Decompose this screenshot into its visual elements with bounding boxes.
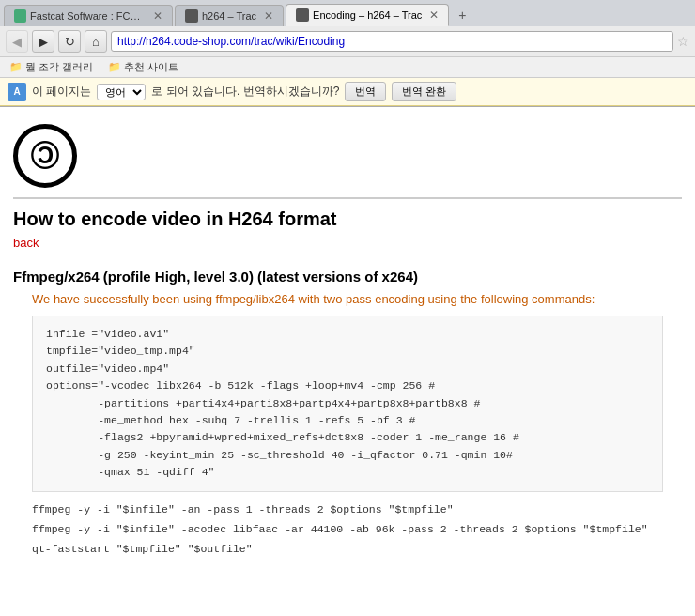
tab-close-encoding[interactable]: ✕ <box>429 8 439 22</box>
code-block: infile ="video.avi" tmpfile="video_tmp.m… <box>32 316 663 492</box>
star-button[interactable]: ☆ <box>677 34 689 49</box>
translate-icon: A <box>8 83 26 101</box>
tab-favicon-h264 <box>185 9 198 23</box>
tab-fastcat[interactable]: Fastcat Software : FCPla... ✕ <box>4 5 173 26</box>
tab-label-encoding: Encoding – h264 – Trac <box>313 9 422 21</box>
forward-button[interactable]: ▶ <box>32 30 54 53</box>
translation-prefix: 이 페이지는 <box>32 84 91 100</box>
language-select[interactable]: 영어 <box>97 84 146 100</box>
logo-area: © <box>13 116 682 192</box>
bookmark-label-gallery: 뭘 조각 갤러리 <box>25 60 93 74</box>
intro-text: We have successfully been using ffmpeg/l… <box>13 292 682 306</box>
back-button[interactable]: ◀ <box>6 30 28 53</box>
tab-h264[interactable]: h264 – Trac ✕ <box>175 5 284 26</box>
tab-favicon-fastcat <box>14 9 26 23</box>
tab-favicon-encoding <box>296 8 309 22</box>
bookmark-bar: 📁 뭘 조각 갤러리 📁 추천 사이트 <box>0 57 695 78</box>
refresh-button[interactable]: ↻ <box>58 30 81 53</box>
page-title: How to encode video in H264 format <box>13 208 682 230</box>
tab-bar: Fastcat Software : FCPla... ✕ h264 – Tra… <box>0 0 695 26</box>
bookmark-recommended[interactable]: 📁 추천 사이트 <box>104 59 182 75</box>
cancel-translate-button[interactable]: 번역 완환 <box>392 82 456 101</box>
bookmark-label-recommended: 추천 사이트 <box>124 60 178 74</box>
tab-label-fastcat: Fastcat Software : FCPla... <box>30 10 146 22</box>
bookmark-icon-gallery: 📁 <box>9 61 23 73</box>
new-tab-button[interactable]: + <box>451 4 473 26</box>
tab-close-fastcat[interactable]: ✕ <box>153 9 162 23</box>
nav-bar: ◀ ▶ ↻ ⌂ ☆ <box>0 26 695 57</box>
cmd-line-3: qt-faststart "$tmpfile" "$outfile" <box>13 539 682 559</box>
tab-encoding[interactable]: Encoding – h264 – Trac ✕ <box>286 4 449 26</box>
cmd-line-1: ffmpeg -y -i "$infile" -an -pass 1 -thre… <box>13 500 682 519</box>
address-bar[interactable] <box>111 31 673 52</box>
page-content: © How to encode video in H264 format bac… <box>0 107 695 568</box>
back-link[interactable]: back <box>13 236 39 250</box>
tab-label-h264: h264 – Trac <box>202 10 256 22</box>
cmd-line-2: ffmpeg -y -i "$infile" -acodec libfaac -… <box>13 519 682 539</box>
bookmark-gallery[interactable]: 📁 뭘 조각 갤러리 <box>6 59 97 75</box>
page-divider <box>13 197 682 199</box>
translation-bar: A 이 페이지는 영어 로 되어 있습니다. 번역하시겠습니까? 번역 번역 완… <box>0 78 695 106</box>
translation-suffix: 로 되어 있습니다. 번역하시겠습니까? <box>151 84 339 100</box>
copyleft-symbol: © <box>31 136 60 176</box>
home-button[interactable]: ⌂ <box>85 30 107 53</box>
section-ffmpeg: Ffmpeg/x264 (profile High, level 3.0) (l… <box>13 269 682 559</box>
section-heading: Ffmpeg/x264 (profile High, level 3.0) (l… <box>13 269 682 285</box>
bookmark-icon-recommended: 📁 <box>108 61 121 73</box>
tab-close-h264[interactable]: ✕ <box>264 9 273 23</box>
browser-chrome: Fastcat Software : FCPla... ✕ h264 – Tra… <box>0 0 695 107</box>
copyleft-logo: © <box>13 124 77 188</box>
translate-button[interactable]: 번역 <box>345 82 386 101</box>
